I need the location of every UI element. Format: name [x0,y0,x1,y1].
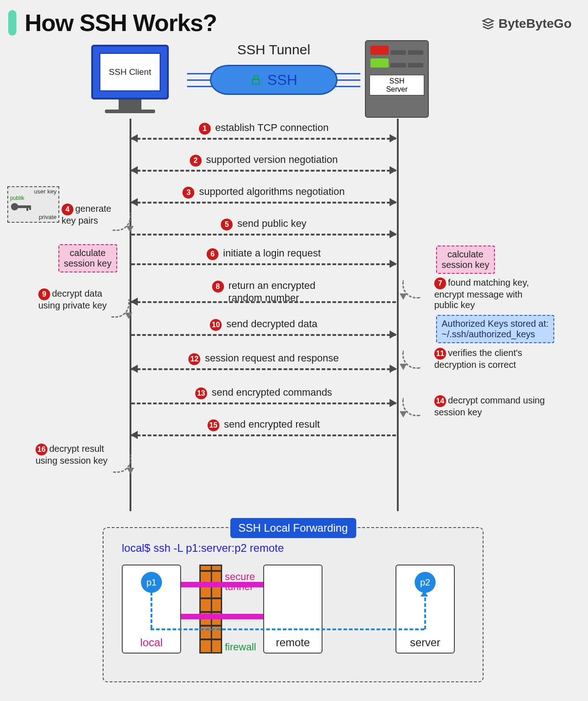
flow-step-10: 10 send decrypted data [131,320,396,339]
page-title: How SSH Works? [25,9,217,37]
side-11: 11verifies the client's decryption is co… [434,348,562,370]
side-11-text: verifies the client's decryption is corr… [434,348,522,370]
side-14: 14decrypt command using session key [434,395,562,418]
side-7: 7found matching key, encrypt message wit… [434,277,562,310]
flow-label-12: 12 session request and response [131,353,396,365]
svg-rect-4 [29,205,31,210]
ssh-tunnel: SSH Tunnel SSH [192,42,356,99]
svg-rect-0 [253,79,260,84]
flow-label-5: 5 send public key [131,218,396,230]
user-key-box: user key publik private [7,186,59,223]
ssh-client: SSH Client [87,45,173,113]
flow-label-2: 2 supported version negotiation [131,154,396,167]
fwd-local-label: local [123,636,180,649]
side-16: 16decrypt result using session key [36,444,129,466]
flow-step-15: 15 send encrypted result [131,421,396,439]
server-lifeline [397,119,399,511]
bluebox-l1: Authorized Keys stored at: [442,319,549,329]
flow-label-13: 13 send encrypted commands [131,387,396,399]
side-9: 9decrypt data using private key [38,288,132,311]
firewall-icon [199,565,222,654]
server-label-2: Server [372,85,422,94]
client-label: SSH Client [99,53,161,91]
calc-session-left: calculate session key [58,244,117,272]
fwd-server-label: server [396,636,454,649]
flow-step-2: 2 supported version negotiation [131,156,396,174]
accent-bar [8,10,16,36]
keybox-title: user key [10,188,57,195]
svg-point-1 [11,203,18,210]
flow-step-5: 5 send public key [131,220,396,238]
firewall-label: firewall [225,641,256,653]
brand-text: ByteByteGo [499,16,572,31]
flow-label-1: 1 establish TCP connection [131,122,396,135]
server-label-1: SSH [372,77,422,85]
flow-step-13: 13 send encrypted commands [131,389,396,407]
side-14-text: decrypt command using session key [434,395,545,417]
fwd-remote-label: remote [264,636,322,649]
port-p1: p1 [141,572,162,593]
calc-session-right: calculate session key [436,246,495,274]
tunnel-caption: SSH Tunnel [192,42,356,58]
ssh-forwarding-panel: SSH Local Forwarding local$ ssh -L p1:se… [103,527,484,682]
flow-label-6: 6 initiate a login request [131,248,396,260]
side-4: 4generate key pairs [62,204,155,226]
flow-label-15: 15 send encrypted result [131,419,396,431]
brand: ByteByteGo [481,16,572,31]
flow-step-12: 12 session request and response [131,355,396,373]
flow-label-10: 10 send decrypted data [131,319,396,331]
side-7-text: found matching key, encrypt message with… [434,277,529,310]
flow-label-3: 3 supported algorithms negotiation [131,186,396,199]
flow-step-6: 6 initiate a login request [131,250,396,268]
bluebox-l2: ~/.ssh/authorized_keys [442,329,549,340]
svg-rect-3 [26,205,28,211]
keybox-private: private [10,214,57,220]
fwd-command: local$ ssh -L p1:server:p2 remote [122,542,284,555]
tunnel-text: SSH [267,72,297,89]
authorized-keys-box: Authorized Keys stored at: ~/.ssh/author… [436,315,554,343]
fwd-remote-node: remote [263,565,323,654]
brand-logo-icon [481,17,495,31]
flow-step-8: 8 return an encrypted random number [131,288,396,306]
monitor-icon: SSH Client [91,45,169,99]
flow-label-8: 8 return an encrypted random number [131,280,396,303]
flow-step-3: 3 supported algorithms negotiation [131,188,396,206]
flow-step-1: 1 establish TCP connection [131,124,396,142]
ssh-server: SSH Server [365,40,429,118]
server-icon: SSH Server [365,40,429,118]
lock-icon [250,73,262,87]
keybox-public: publik [10,195,57,201]
fwd-badge: SSH Local Forwarding [230,518,356,538]
key-icon [10,201,33,212]
